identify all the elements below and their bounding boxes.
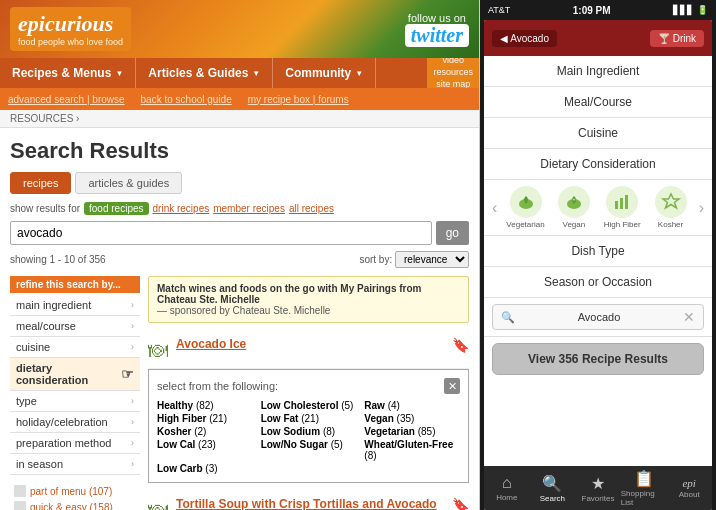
dropdown-items: Healthy (82) Low Cholesterol (5) Raw (4)… <box>157 400 460 474</box>
mobile-view-results-button[interactable]: View 356 Recipe Results <box>492 343 704 375</box>
search-icon: 🔍 <box>501 311 515 324</box>
epi-nav: Recipes & Menus ▼ Articles & Guides ▼ Co… <box>0 58 479 88</box>
dropdown-item-low-cal[interactable]: Low Cal (23) <box>157 439 253 461</box>
chevron-right-icon[interactable]: › <box>695 199 708 217</box>
svg-rect-3 <box>615 201 618 209</box>
go-button[interactable]: go <box>436 221 469 245</box>
refine-title: refine this search by... <box>10 276 140 293</box>
nav-articles-guides[interactable]: Articles & Guides ▼ <box>136 58 273 88</box>
dropdown-item-low-carb[interactable]: Low Carb (3) <box>157 463 253 474</box>
dropdown-item-wheat-gluten-free[interactable]: Wheat/Gluten-Free (8) <box>364 439 460 461</box>
epi-logo: epicurious food people who love food <box>10 7 131 51</box>
high-fiber-icon-circle <box>606 186 638 218</box>
sidebar-arrow-2: › <box>131 321 134 331</box>
subnav-back-to-school[interactable]: back to school guide <box>141 94 232 105</box>
recipe-item-1: 🍽 Avocado Ice 🔖 <box>148 331 469 369</box>
sidebar-bottom-quick-easy[interactable]: quick & easy (158) <box>10 499 140 510</box>
sidebar-item-meal-course[interactable]: meal/course › <box>10 316 140 337</box>
recipe-link-2[interactable]: Tortilla Soup with Crisp Tortillas and A… <box>176 497 444 510</box>
filter-drink-recipes[interactable]: drink recipes <box>153 203 210 214</box>
nav-video-resources[interactable]: videoresourcessite map <box>427 53 479 92</box>
mobile-nav-search[interactable]: 🔍 Search <box>530 474 576 503</box>
subnav-recipe-box[interactable]: my recipe box | forums <box>248 94 349 105</box>
recipe-bookmark-2[interactable]: 🔖 <box>452 497 469 510</box>
signal-icon: ▋▋▋ <box>673 5 694 15</box>
twitter-follow-label: follow us on twitter <box>405 12 469 47</box>
mobile-filter-meal-course[interactable]: Meal/Course <box>484 87 712 118</box>
epi-header: epicurious food people who love food fol… <box>0 0 479 58</box>
dropdown-item-vegetarian[interactable]: Vegetarian (85) <box>364 426 460 437</box>
high-fiber-svg <box>611 191 633 213</box>
svg-marker-6 <box>663 194 679 208</box>
sponsored-box: Match wines and foods on the go with My … <box>148 276 469 323</box>
mobile-filter-dish-type[interactable]: Dish Type <box>484 236 712 267</box>
dropdown-close-btn[interactable]: ✕ <box>444 378 460 394</box>
tab-articles-guides[interactable]: articles & guides <box>75 172 182 194</box>
nav-community[interactable]: Community ▼ <box>273 58 376 88</box>
left-sidebar: refine this search by... main ingredient… <box>10 276 140 510</box>
mobile-search-value: Avocado <box>578 311 621 323</box>
filter-all-recipes[interactable]: all recipes <box>289 203 334 214</box>
mobile-drink-button[interactable]: 🍸 Drink <box>650 30 704 47</box>
mobile-filter-cuisine[interactable]: Cuisine <box>484 118 712 149</box>
dropdown-item-low-sodium[interactable]: Low Sodium (8) <box>261 426 357 437</box>
sidebar-item-season[interactable]: in season › <box>10 454 140 475</box>
mobile-nav-about[interactable]: epi About <box>666 477 712 499</box>
vegan-svg: + <box>563 191 585 213</box>
sidebar-item-main-ingredient[interactable]: main ingredient › <box>10 295 140 316</box>
mobile-icon-high-fiber[interactable]: High Fiber <box>598 186 646 229</box>
recipe-link-1[interactable]: Avocado Ice <box>176 337 246 351</box>
sidebar-item-prep[interactable]: preparation method › <box>10 433 140 454</box>
sidebar-item-type[interactable]: type › <box>10 391 140 412</box>
tab-recipes[interactable]: recipes <box>10 172 71 194</box>
mobile-filter-season[interactable]: Season or Occasion <box>484 267 712 298</box>
sort-select[interactable]: relevance rating newest <box>395 251 469 268</box>
recipe-bookmark-1[interactable]: 🔖 <box>452 337 469 362</box>
dropdown-item-low-fat[interactable]: Low Fat (21) <box>261 413 357 424</box>
kosher-icon-circle <box>655 186 687 218</box>
dropdown-item-low-cholesterol[interactable]: Low Cholesterol (5) <box>261 400 357 411</box>
search-input[interactable] <box>10 221 432 245</box>
recipe-icon-1: 🍽 <box>148 339 168 362</box>
dropdown-item-low-no-sugar[interactable]: Low/No Sugar (5) <box>261 439 357 461</box>
sidebar-item-dietary[interactable]: dietary consideration ☞ <box>10 358 140 391</box>
twitter-brand[interactable]: twitter <box>405 24 469 47</box>
dropdown-item-raw[interactable]: Raw (4) <box>364 400 460 411</box>
mobile-filter-main-ingredient[interactable]: Main Ingredient <box>484 56 712 87</box>
sidebar-item-holiday[interactable]: holiday/celebration › <box>10 412 140 433</box>
mobile-search-input-display[interactable]: 🔍 Avocado ✕ <box>492 304 704 330</box>
sidebar-bottom-part-of-menu[interactable]: part of menu (107) <box>10 483 140 499</box>
dropdown-item-healthy[interactable]: Healthy (82) <box>157 400 253 411</box>
dropdown-header: select from the following: ✕ <box>157 378 460 394</box>
nav-recipes-menus[interactable]: Recipes & Menus ▼ <box>0 58 136 88</box>
filter-food-recipes[interactable]: food recipes <box>84 202 148 215</box>
subnav-advanced-search[interactable]: advanced search | browse <box>8 94 125 105</box>
epi-about-icon: epi <box>682 477 695 489</box>
dropdown-item-high-fiber[interactable]: High Fiber (21) <box>157 413 253 424</box>
sidebar-bottom-icon-1 <box>14 485 26 497</box>
sidebar-bottom-icon-2 <box>14 501 26 510</box>
filter-member-recipes[interactable]: member recipes <box>213 203 285 214</box>
epicurious-panel: epicurious food people who love food fol… <box>0 0 480 510</box>
sidebar-item-cuisine[interactable]: cuisine › <box>10 337 140 358</box>
show-results-row: show results for food recipes drink reci… <box>10 202 469 215</box>
mobile-icon-kosher[interactable]: Kosher <box>646 186 694 229</box>
mobile-icon-vegan[interactable]: + Vegan <box>550 186 598 229</box>
right-content: Match wines and foods on the go with My … <box>148 276 469 510</box>
dropdown-item-kosher[interactable]: Kosher (2) <box>157 426 253 437</box>
chevron-left-icon[interactable]: ‹ <box>488 199 501 217</box>
mobile-clear-button[interactable]: ✕ <box>683 309 695 325</box>
battery-icon: 🔋 <box>697 5 708 15</box>
main-content-area: refine this search by... main ingredient… <box>10 276 469 510</box>
mobile-filter-dietary[interactable]: Dietary Consideration <box>484 149 712 180</box>
mobile-back-button[interactable]: ◀ Avocado <box>492 30 557 47</box>
mobile-nav-favorites[interactable]: ★ Favorites <box>575 474 621 503</box>
dropdown-item-vegan[interactable]: Vegan (35) <box>364 413 460 424</box>
mobile-panel: AT&T 1:09 PM ▋▋▋ 🔋 ◀ Avocado 🍸 Drink Mai… <box>480 0 716 510</box>
sidebar-arrow-7: › <box>131 438 134 448</box>
mobile-nav-shopping[interactable]: 📋 Shopping List <box>621 469 667 507</box>
mobile-icon-vegetarian[interactable]: Vegetarian <box>501 186 549 229</box>
kosher-svg <box>660 191 682 213</box>
mobile-nav-home[interactable]: ⌂ Home <box>484 474 530 502</box>
dietary-dropdown: select from the following: ✕ Healthy (82… <box>148 369 469 483</box>
